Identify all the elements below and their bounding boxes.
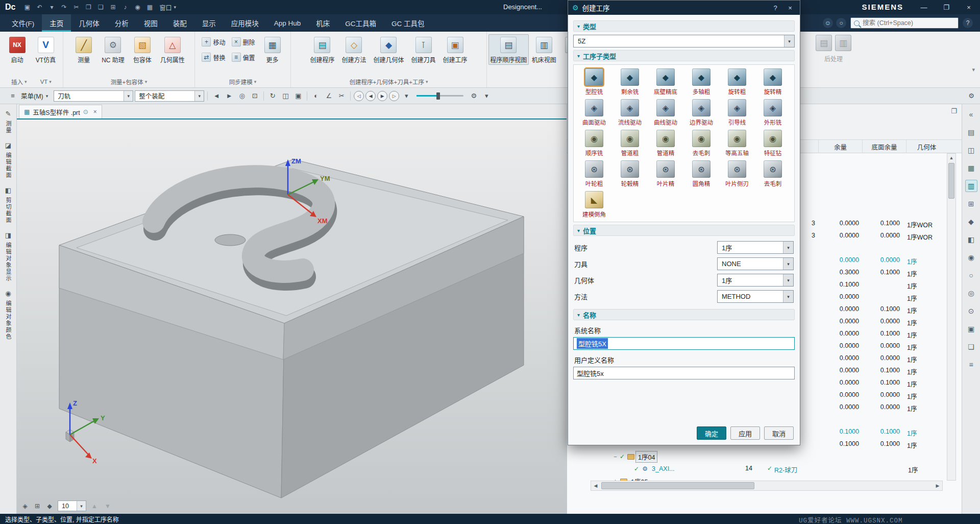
paste-icon[interactable]: ❏ bbox=[95, 2, 106, 13]
tree-node-0[interactable]: −✓1序04 bbox=[567, 450, 962, 463]
go-to-end-icon[interactable]: ▷ bbox=[389, 91, 399, 101]
subtype-profile-mill[interactable]: ◈外形铣 bbox=[755, 99, 791, 126]
edit-object-display[interactable]: ◨编辑对象显示 bbox=[3, 230, 13, 282]
ribbon-group-label[interactable]: 创建程序+几何体+刀具+工序 bbox=[349, 77, 428, 86]
gc-tools-icon[interactable]: ▣ bbox=[965, 323, 977, 335]
offset-face-button[interactable]: ≡偏置 bbox=[229, 52, 258, 63]
wcs-toggle-icon[interactable]: ◆ bbox=[44, 501, 55, 511]
subtype-curve-drive[interactable]: ◈曲线驱动 bbox=[648, 99, 683, 126]
tab-view[interactable]: 视图 bbox=[136, 14, 165, 32]
search-input[interactable] bbox=[863, 19, 948, 27]
user-name-input[interactable]: 型腔铣5x bbox=[573, 367, 795, 379]
tab-app-hub[interactable]: App Hub bbox=[266, 14, 309, 32]
graphics-window[interactable]: ▦ 五轴S型样件 .prt ⊙ × bbox=[17, 104, 567, 514]
fit-view-icon[interactable]: ⊡ bbox=[249, 90, 260, 102]
edit-object-color[interactable]: ◉编辑对象颜色 bbox=[3, 288, 13, 340]
ribbon-group-label[interactable]: VT bbox=[40, 77, 52, 86]
vertical-scroll-thumb[interactable] bbox=[948, 163, 954, 199]
step-back-icon[interactable]: ◀ bbox=[365, 91, 376, 101]
subtype-surface-drive[interactable]: ◈曲面驱动 bbox=[576, 99, 612, 126]
assembly-navigator-icon[interactable]: ▤ bbox=[965, 126, 977, 138]
subtype-multi-axis-rough[interactable]: ◆多轴粗 bbox=[683, 68, 719, 96]
subtype-manual-deburr[interactable]: ⊛去毛刺 bbox=[755, 160, 791, 187]
layer-down-icon[interactable]: ▼ bbox=[103, 501, 113, 511]
minimize-button[interactable]: — bbox=[913, 0, 935, 14]
tab-home[interactable]: 主页 bbox=[42, 14, 71, 32]
save-icon[interactable]: ▣ bbox=[21, 2, 33, 13]
geometry-properties-button[interactable]: △几何属性 bbox=[157, 34, 188, 65]
view-manager-icon[interactable]: ◧ bbox=[965, 233, 977, 246]
subtype-rotary-finish[interactable]: ◆旋转精 bbox=[755, 68, 791, 96]
subtype-streamline-drive[interactable]: ◈流线驱动 bbox=[612, 99, 648, 126]
column-header-1[interactable]: 底面余量 bbox=[862, 140, 906, 153]
settings-caret-icon[interactable]: ▾ bbox=[481, 90, 492, 102]
cut-icon[interactable]: ✂ bbox=[70, 2, 82, 13]
bounding-body-button[interactable]: ▧包容体 bbox=[129, 34, 156, 65]
previous-view-icon[interactable]: ◄ bbox=[211, 90, 222, 102]
subtype-hub-finish[interactable]: ⊛轮毂精 bbox=[612, 160, 648, 187]
nx-start-button[interactable]: NX启动 bbox=[4, 34, 31, 65]
subtype-blade-finish[interactable]: ⊛叶片精 bbox=[648, 160, 683, 187]
tab-gc-toolbox[interactable]: GC工具箱 bbox=[337, 14, 384, 32]
tab-application[interactable]: 应用模块 bbox=[224, 14, 266, 32]
edit-section[interactable]: ◪编辑截面 bbox=[3, 140, 13, 179]
toolpath-combo[interactable]: 刀轨▾ bbox=[54, 90, 133, 102]
dock-pin-icon[interactable]: « bbox=[965, 108, 977, 121]
layer-combo-caret-icon[interactable]: ▾ bbox=[77, 501, 86, 511]
toolpath-combo-caret-icon[interactable]: ▾ bbox=[124, 91, 133, 101]
maximize-button[interactable]: ❐ bbox=[935, 0, 958, 14]
column-header-2[interactable]: 几何体 bbox=[906, 140, 947, 153]
show-hide-icon[interactable]: ◐ bbox=[310, 90, 322, 102]
measure-tool[interactable]: ✎测量 bbox=[3, 108, 13, 134]
delete-face-button[interactable]: ×删除 bbox=[229, 36, 258, 47]
dialog-titlebar[interactable]: ⚙ 创建工序 ? × bbox=[568, 1, 800, 15]
notes-icon[interactable]: ❏ bbox=[965, 341, 977, 353]
measure-button[interactable]: ╱测量 bbox=[70, 34, 97, 65]
section-icon[interactable]: ✂ bbox=[336, 90, 347, 102]
vertical-scrollbar[interactable]: ▲ bbox=[947, 153, 956, 481]
model-canvas[interactable]: ZM YM XM Z Y bbox=[17, 120, 567, 514]
scroll-left-icon[interactable]: ◀ bbox=[591, 483, 600, 488]
postprocess-label[interactable]: 后处理 bbox=[824, 54, 843, 63]
help-icon[interactable]: ? bbox=[963, 18, 973, 28]
tool-dropdown[interactable]: NONE▾ bbox=[717, 257, 794, 270]
create-geometry-button[interactable]: ◆创建几何体 bbox=[370, 34, 407, 65]
ribbon-group-label[interactable]: 测量+包容体 bbox=[111, 77, 148, 86]
mic-icon[interactable]: ♪ bbox=[119, 2, 131, 13]
subtype-cavity-mill[interactable]: ◆型腔铣 bbox=[576, 68, 612, 96]
type-dropdown[interactable]: 5Z ▾ bbox=[573, 35, 795, 47]
layout-icon[interactable]: ▦ bbox=[144, 2, 155, 13]
history-icon[interactable]: ⊙ bbox=[965, 305, 977, 317]
next-view-icon[interactable]: ► bbox=[224, 90, 235, 102]
go-to-start-icon[interactable]: ◁ bbox=[354, 91, 364, 101]
subtype-fillet-finish[interactable]: ⊛圆角精 bbox=[683, 160, 719, 187]
subtype-section-header[interactable]: 工序子类型 bbox=[573, 50, 795, 61]
undo-list-icon[interactable]: ▾ bbox=[46, 2, 57, 13]
window-menu-button[interactable]: 窗口▾ bbox=[156, 3, 179, 12]
subtype-blade-rough[interactable]: ⊛叶轮粗 bbox=[576, 160, 612, 187]
method-dropdown[interactable]: METHOD▾ bbox=[717, 290, 794, 303]
expand-toggle-icon[interactable]: − bbox=[612, 454, 619, 460]
ribbon-group-label[interactable]: 插入 bbox=[11, 77, 27, 86]
redo-icon[interactable]: ↷ bbox=[58, 2, 69, 13]
geometry-dropdown[interactable]: 1序▾ bbox=[717, 274, 794, 287]
dialog-close-icon[interactable]: × bbox=[785, 4, 796, 12]
copy-icon[interactable]: ❐ bbox=[83, 2, 94, 13]
tab-assemblies[interactable]: 装配 bbox=[165, 14, 194, 32]
column-header-0[interactable]: 余量 bbox=[818, 140, 862, 153]
play-icon[interactable]: ▶ bbox=[377, 91, 387, 101]
subtype-tube-rough[interactable]: ◉管道粗 bbox=[612, 130, 648, 157]
zoom-icon[interactable]: ◎ bbox=[236, 90, 248, 102]
tab-geometry[interactable]: 几何体 bbox=[71, 14, 107, 32]
create-method-button[interactable]: ◇创建方法 bbox=[338, 34, 369, 65]
web-browser-icon[interactable]: ◎ bbox=[965, 287, 977, 299]
menu-button[interactable]: ≡菜单(M)▾ bbox=[3, 89, 52, 103]
dependencies-icon[interactable]: ◉ bbox=[965, 251, 977, 264]
process-assistant-icon[interactable]: ○ bbox=[965, 269, 977, 281]
user-icon[interactable]: ○ bbox=[836, 18, 846, 28]
scroll-right-icon[interactable]: ▶ bbox=[933, 483, 942, 488]
tool-dropdown-caret-icon[interactable]: ▾ bbox=[783, 258, 793, 270]
close-button[interactable]: × bbox=[958, 0, 980, 14]
subtype-feature-drill[interactable]: ◉特征钻 bbox=[755, 130, 791, 157]
cancel-button[interactable]: 取消 bbox=[764, 426, 794, 440]
